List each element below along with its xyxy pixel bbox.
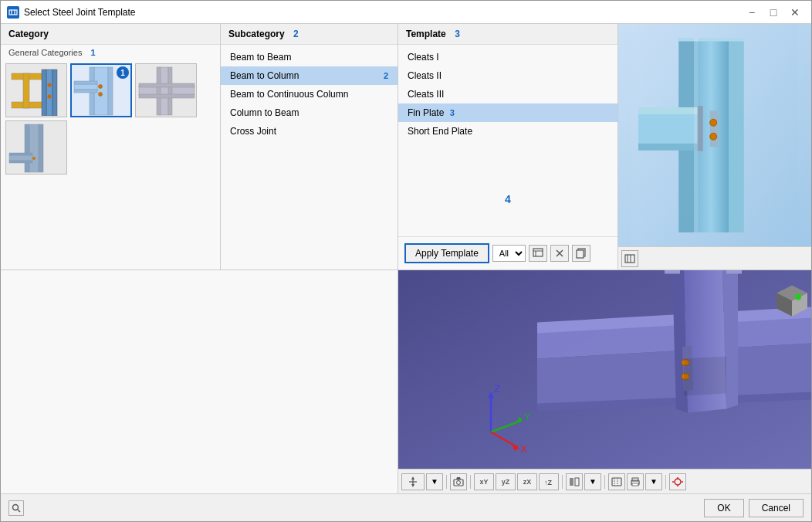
axis-z-button[interactable]: zX (517, 473, 537, 490)
viewport-toolbar: ▼ xY yZ zX ↑Z (398, 469, 811, 493)
subcategory-item-beam-to-beam[interactable]: Beam to Beam (221, 48, 398, 66)
window-title: Select Steel Joint Template (24, 7, 742, 18)
svg-point-49 (710, 119, 717, 126)
settings-red-button[interactable] (669, 473, 686, 490)
svg-rect-91 (570, 478, 573, 486)
thumbnail-beam-to-column[interactable]: 1 (70, 63, 132, 117)
thumbnail-beam-to-beam[interactable] (5, 63, 67, 117)
view-drop-button[interactable]: ▼ (426, 473, 443, 490)
svg-rect-46 (638, 144, 701, 151)
edit-icon-button[interactable] (529, 245, 547, 262)
ok-button[interactable]: OK (704, 499, 743, 517)
sep4 (604, 475, 605, 489)
svg-rect-0 (9, 10, 17, 15)
template-header: Template 3 (398, 24, 617, 45)
minimize-button[interactable]: − (742, 5, 762, 20)
apply-section: Apply Template All (398, 236, 617, 269)
thumbnail-cross-joint[interactable] (135, 63, 197, 117)
preview-settings-button[interactable] (621, 250, 638, 267)
thumbnail-column-type[interactable] (5, 120, 67, 175)
svg-rect-44 (638, 113, 701, 144)
svg-text:Z: Z (494, 383, 500, 395)
main-content: Category General Categories 1 (1, 24, 811, 269)
svg-rect-16 (74, 90, 97, 93)
svg-marker-89 (456, 477, 461, 480)
sep2 (470, 475, 471, 489)
category-label: General Categories 1 (1, 45, 220, 59)
select-button[interactable] (608, 473, 625, 490)
view-camera-button[interactable] (450, 473, 467, 490)
subcategory-step-badge: 2 (384, 71, 388, 80)
step-badge-1: 1 (117, 66, 129, 79)
svg-rect-28 (9, 155, 32, 161)
svg-rect-48 (710, 111, 719, 147)
subcategory-item-cross-joint[interactable]: Cross Joint (221, 122, 398, 141)
svg-point-88 (457, 480, 461, 484)
svg-text:↑Z: ↑Z (544, 479, 553, 486)
display-mode-button[interactable] (566, 473, 583, 490)
print-drop-button[interactable]: ▼ (645, 473, 662, 490)
svg-point-104 (13, 504, 19, 510)
svg-point-9 (47, 83, 51, 86)
svg-rect-27 (39, 124, 43, 172)
filter-dropdown[interactable]: All (492, 245, 526, 262)
subcategory-item-beam-to-continuous-column[interactable]: Beam to Continuous Column (221, 85, 398, 103)
cancel-button[interactable]: Cancel (749, 499, 804, 517)
print-button[interactable] (627, 473, 644, 490)
svg-rect-15 (74, 81, 97, 84)
app-icon (7, 6, 19, 19)
template-item-cleats-ii[interactable]: Cleats II (398, 66, 617, 85)
svg-rect-5 (23, 73, 29, 108)
svg-rect-6 (46, 69, 52, 116)
window-controls: − □ ✕ (742, 5, 805, 20)
template-item-fin-plate[interactable]: Fin Plate 3 (398, 103, 617, 122)
close-button[interactable]: ✕ (785, 5, 805, 20)
footer-left (8, 500, 24, 516)
subcategory-header: Subcategory 2 (221, 24, 398, 45)
template-step-badge: 3 (455, 29, 460, 39)
search-button[interactable] (8, 500, 24, 516)
svg-marker-65 (726, 270, 742, 274)
svg-marker-86 (411, 484, 414, 487)
svg-rect-45 (638, 107, 701, 114)
template-panel: Template 3 Cleats I Cleats II Cleats III… (398, 24, 618, 269)
template-item-cleats-i[interactable]: Cleats I (398, 48, 617, 66)
footer: OK Cancel (1, 493, 811, 521)
subcategory-item-beam-to-column[interactable]: Beam to Column 2 (221, 66, 398, 85)
svg-rect-23 (139, 83, 195, 87)
axis-x-button[interactable]: xY (474, 473, 494, 490)
main-window: Select Steel Joint Template − □ ✕ Catego… (0, 0, 812, 522)
title-bar: Select Steel Joint Template − □ ✕ (1, 1, 811, 24)
view-orient-button[interactable] (401, 473, 425, 490)
svg-rect-26 (25, 124, 29, 172)
clear-icon-button[interactable] (550, 245, 569, 262)
template-item-cleats-iii[interactable]: Cleats III (398, 85, 617, 103)
properties-panel (1, 270, 398, 493)
preview-toolbar-top (618, 246, 811, 269)
apply-template-button[interactable]: Apply Template (404, 243, 489, 263)
svg-marker-43 (678, 38, 744, 42)
maximize-button[interactable]: □ (763, 5, 783, 20)
svg-rect-22 (168, 67, 172, 115)
template-item-short-end-plate[interactable]: Short End Plate (398, 122, 617, 141)
category-thumbnails: 1 (1, 59, 220, 269)
display-drop-button[interactable]: ▼ (584, 473, 601, 490)
svg-rect-98 (632, 483, 638, 486)
svg-rect-93 (612, 478, 621, 486)
preview-panel (618, 24, 811, 269)
svg-marker-64 (665, 270, 680, 274)
axis-iz-button[interactable]: ↑Z (539, 473, 559, 490)
subcategory-item-column-to-beam[interactable]: Column to Beam (221, 103, 398, 122)
subcategory-step: 2 (293, 29, 299, 39)
axis-y-button[interactable]: yZ (496, 473, 516, 490)
preview-3d-top (618, 24, 811, 246)
svg-point-10 (47, 94, 51, 98)
svg-rect-21 (157, 67, 161, 115)
template-item-step-badge: 3 (450, 108, 455, 117)
svg-rect-29 (9, 153, 32, 155)
copy-icon-button[interactable] (572, 245, 590, 262)
sep1 (446, 475, 447, 489)
svg-rect-38 (577, 250, 584, 258)
svg-point-99 (675, 479, 681, 485)
svg-rect-92 (575, 478, 579, 486)
